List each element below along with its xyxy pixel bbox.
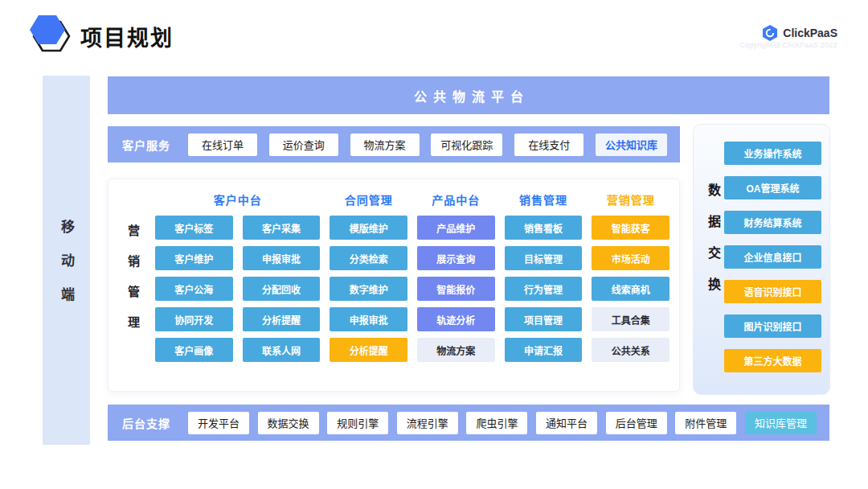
grid-block-r5-c2[interactable]: 联系人网: [243, 338, 321, 362]
grid-block-r1-c3[interactable]: 模版维护: [330, 216, 407, 240]
mobile-side-bar: 移动端: [43, 76, 90, 445]
data-exchange-block-2[interactable]: OA管理系统: [724, 176, 821, 199]
backend-support-button-5[interactable]: 爬虫引擎: [466, 412, 527, 434]
customer-service-button-1[interactable]: 在线订单: [188, 134, 257, 156]
customer-service-button-4[interactable]: 可视化跟踪: [431, 134, 502, 156]
grid-block-r1-c5[interactable]: 销售看板: [505, 216, 583, 240]
grid-block-r5-c4[interactable]: 物流方案: [417, 338, 495, 362]
mobile-side-bar-label: 移动端: [56, 220, 76, 321]
grid-block-r2-c3[interactable]: 分类检索: [330, 246, 407, 270]
customer-service-buttons: 在线订单运价查询物流方案可视化跟踪在线支付公共知识库: [188, 134, 667, 156]
customer-service-button-5[interactable]: 在线支付: [514, 134, 583, 156]
grid-block-r2-c1[interactable]: 客户维护: [155, 246, 233, 270]
top-banner: 公共物流平台: [108, 76, 829, 114]
column-header-3: 产品中台: [417, 190, 495, 209]
column-header-1: 客户中台: [155, 190, 320, 209]
data-exchange-block-1[interactable]: 业务操作系统: [724, 142, 821, 165]
data-exchange-block-6[interactable]: 图片识别接口: [724, 314, 821, 338]
column-header-4: 销售管理: [505, 190, 583, 209]
backend-support-button-2[interactable]: 数据交换: [258, 412, 319, 434]
data-exchange-panel: 数据交换中心 业务操作系统OA管理系统财务结算系统企业信息接口语音识别接口图片识…: [693, 124, 830, 395]
page-header: 项目规划 ClickPaaS Copyright@ ClickPaaS 2022: [0, 0, 868, 72]
copyright-watermark: Copyright@ ClickPaaS 2022: [739, 41, 837, 49]
grid-block-r2-c4[interactable]: 展示查询: [417, 246, 495, 270]
grid-block-r1-c4[interactable]: 产品维护: [417, 216, 495, 240]
grid-block-r5-c1[interactable]: 客户画像: [155, 338, 233, 362]
backend-support-button-9[interactable]: 知识库管理: [745, 412, 817, 434]
grid-block-r2-c5[interactable]: 目标管理: [505, 246, 583, 270]
grid-block-r1-c1[interactable]: 客户标签: [155, 216, 233, 240]
backend-support-button-1[interactable]: 开发平台: [188, 412, 249, 434]
backend-support-button-6[interactable]: 通知平台: [536, 412, 597, 434]
customer-service-bar: 客户服务 在线订单运价查询物流方案可视化跟踪在线支付公共知识库: [108, 126, 680, 162]
grid-block-r2-c6[interactable]: 市场活动: [592, 246, 669, 270]
customer-service-button-6[interactable]: 公共知识库: [596, 134, 667, 156]
backend-support-button-3[interactable]: 规则引擎: [327, 412, 388, 434]
marketing-management-side-label: 营销管理: [125, 224, 141, 347]
grid-block-r4-c1[interactable]: 协同开发: [155, 307, 233, 331]
grid-block-r3-c4[interactable]: 智能报价: [417, 277, 495, 301]
grid-block-r4-c5[interactable]: 项目管理: [505, 307, 583, 331]
backend-support-button-8[interactable]: 附件管理: [675, 412, 736, 434]
column-header-2: 合同管理: [330, 190, 407, 209]
backend-support-buttons: 开发平台数据交换规则引擎流程引擎爬虫引擎通知平台后台管理附件管理知识库管理: [188, 412, 817, 434]
grid-block-r3-c1[interactable]: 客户公海: [155, 277, 233, 301]
top-banner-label: 公共物流平台: [414, 86, 530, 105]
backend-support-button-7[interactable]: 后台管理: [606, 412, 667, 434]
grid-block-r1-c6[interactable]: 智能获客: [592, 216, 669, 240]
data-exchange-block-7[interactable]: 第三方大数据: [724, 349, 821, 372]
backend-support-bar: 后台支撑 开发平台数据交换规则引擎流程引擎爬虫引擎通知平台后台管理附件管理知识库…: [108, 405, 829, 441]
grid-block-r2-c2[interactable]: 申报审批: [243, 246, 321, 270]
grid-block-r1-c2[interactable]: 客户采集: [243, 216, 321, 240]
grid-block-r3-c5[interactable]: 行为管理: [505, 277, 583, 301]
grid-block-r5-c6[interactable]: 公共关系: [592, 338, 669, 362]
grid-block-r4-c2[interactable]: 分析提醒: [243, 307, 321, 331]
data-exchange-block-4[interactable]: 企业信息接口: [724, 245, 821, 269]
data-exchange-block-5[interactable]: 语音识别接口: [724, 280, 821, 303]
grid-block-r5-c3[interactable]: 分析提醒: [330, 338, 407, 362]
grid-block-r3-c3[interactable]: 数字维护: [330, 277, 407, 301]
main-grid-table: 客户中台合同管理产品中台销售管理营销管理客户标签客户采集模版维护产品维护销售看板…: [155, 190, 669, 362]
data-exchange-items: 业务操作系统OA管理系统财务结算系统企业信息接口语音识别接口图片识别接口第三方大…: [724, 142, 821, 372]
customer-service-button-3[interactable]: 物流方案: [350, 134, 420, 156]
customer-service-label: 客户服务: [122, 137, 170, 153]
clickpaas-icon: [762, 24, 778, 42]
customer-service-button-2[interactable]: 运价查询: [269, 134, 338, 156]
hexagon-logo-icon: [27, 11, 72, 56]
column-header-5: 营销管理: [592, 190, 669, 209]
backend-support-label: 后台支撑: [122, 415, 170, 431]
grid-block-r4-c6[interactable]: 工具合集: [592, 307, 669, 331]
marketing-management-card: 营销管理 客户中台合同管理产品中台销售管理营销管理客户标签客户采集模版维护产品维…: [108, 179, 680, 392]
brand-name: ClickPaaS: [783, 27, 837, 39]
grid-block-r4-c3[interactable]: 申报审批: [330, 307, 407, 331]
grid-block-r5-c5[interactable]: 申请汇报: [505, 338, 583, 362]
grid-block-r4-c4[interactable]: 轨迹分析: [417, 307, 495, 331]
grid-block-r3-c6[interactable]: 线索商机: [592, 277, 669, 301]
grid-block-r3-c2[interactable]: 分配回收: [243, 277, 321, 301]
page-title: 项目规划: [80, 21, 174, 52]
brand-logo: ClickPaaS: [762, 24, 837, 42]
data-exchange-block-3[interactable]: 财务结算系统: [724, 211, 821, 234]
backend-support-button-4[interactable]: 流程引擎: [397, 412, 458, 434]
